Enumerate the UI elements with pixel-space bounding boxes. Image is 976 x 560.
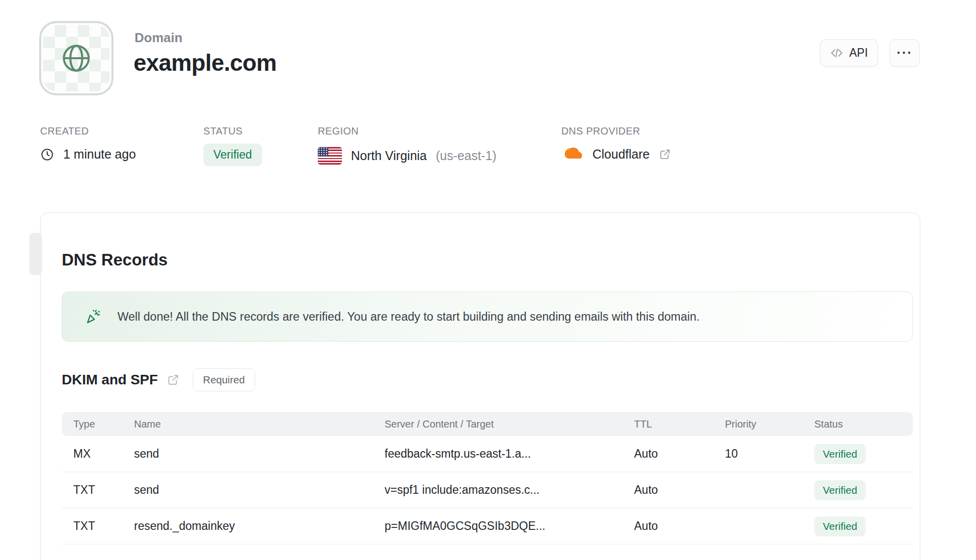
meta-created: CREATED 1 minute ago bbox=[40, 125, 136, 162]
us-flag-icon bbox=[318, 147, 342, 165]
region-code: (us-east-1) bbox=[436, 149, 497, 163]
cell-type: TXT bbox=[73, 519, 134, 533]
status-label: STATUS bbox=[203, 125, 262, 137]
col-header-type: Type bbox=[73, 418, 134, 430]
cell-content: v=spf1 include:amazonses.c... bbox=[385, 483, 634, 497]
cell-ttl: Auto bbox=[634, 519, 725, 533]
api-button-label: API bbox=[849, 46, 868, 60]
cell-content: p=MIGfMA0GCSqGSIb3DQE... bbox=[385, 519, 634, 533]
table-row: MX send feedback-smtp.us-east-1.a... Aut… bbox=[62, 436, 913, 472]
region-label: REGION bbox=[318, 125, 497, 137]
ellipsis-icon: ··· bbox=[897, 45, 913, 61]
card-edge-tab bbox=[29, 233, 42, 275]
dns-provider-value: Cloudflare bbox=[592, 147, 650, 162]
created-label: CREATED bbox=[40, 125, 136, 137]
globe-icon bbox=[60, 42, 93, 75]
domain-detail-page: Domain example.com API ··· CREATED 1 min… bbox=[0, 0, 976, 560]
col-header-name: Name bbox=[134, 418, 385, 430]
col-header-priority: Priority bbox=[725, 418, 814, 430]
cell-name: resend._domainkey bbox=[134, 519, 385, 533]
verified-banner-text: Well done! All the DNS records are verif… bbox=[117, 310, 700, 324]
dkim-spf-section-head: DKIM and SPF Required bbox=[62, 368, 255, 391]
external-link-icon[interactable] bbox=[167, 373, 180, 386]
api-button[interactable]: API bbox=[820, 39, 878, 67]
domain-eyebrow-label: Domain bbox=[135, 30, 182, 46]
cell-ttl: Auto bbox=[634, 447, 725, 461]
domain-avatar bbox=[39, 21, 113, 95]
col-header-ttl: TTL bbox=[634, 418, 725, 430]
external-link-icon[interactable] bbox=[659, 148, 671, 161]
dns-provider-label: DNS PROVIDER bbox=[561, 125, 671, 137]
meta-dns-provider: DNS PROVIDER Cloudflare bbox=[561, 125, 671, 162]
col-header-content: Server / Content / Target bbox=[385, 418, 634, 430]
col-header-status: Status bbox=[814, 418, 913, 430]
cell-name: send bbox=[134, 483, 385, 497]
code-icon bbox=[830, 46, 843, 60]
created-value: 1 minute ago bbox=[63, 147, 136, 162]
cell-type: MX bbox=[73, 447, 134, 461]
clock-icon bbox=[40, 148, 54, 162]
status-badge: Verified bbox=[203, 144, 262, 166]
required-badge: Required bbox=[193, 368, 255, 391]
party-popper-icon bbox=[84, 308, 101, 325]
cell-type: TXT bbox=[73, 483, 134, 497]
cell-priority: 10 bbox=[725, 447, 814, 461]
cell-ttl: Auto bbox=[634, 483, 725, 497]
page-title: example.com bbox=[134, 49, 277, 76]
meta-region: REGION North Virginia (us-east-1) bbox=[318, 125, 497, 165]
verified-banner: Well done! All the DNS records are verif… bbox=[62, 292, 913, 342]
table-header-row: Type Name Server / Content / Target TTL … bbox=[62, 412, 913, 436]
status-badge: Verified bbox=[814, 516, 866, 536]
cell-name: send bbox=[134, 447, 385, 461]
dns-records-table: Type Name Server / Content / Target TTL … bbox=[62, 412, 913, 544]
table-row: TXT send v=spf1 include:amazonses.c... A… bbox=[62, 472, 913, 508]
cloudflare-icon bbox=[561, 147, 583, 162]
region-value: North Virginia bbox=[351, 149, 427, 163]
dns-records-title: DNS Records bbox=[62, 250, 168, 269]
status-badge: Verified bbox=[814, 480, 866, 500]
dkim-spf-title: DKIM and SPF bbox=[62, 372, 158, 388]
status-badge: Verified bbox=[814, 444, 866, 464]
more-options-button[interactable]: ··· bbox=[890, 39, 920, 67]
meta-status: STATUS Verified bbox=[203, 125, 262, 166]
table-row: TXT resend._domainkey p=MIGfMA0GCSqGSIb3… bbox=[62, 508, 913, 544]
dns-records-card: DNS Records Well done! All the DNS recor… bbox=[40, 212, 920, 560]
cell-content: feedback-smtp.us-east-1.a... bbox=[385, 447, 634, 461]
